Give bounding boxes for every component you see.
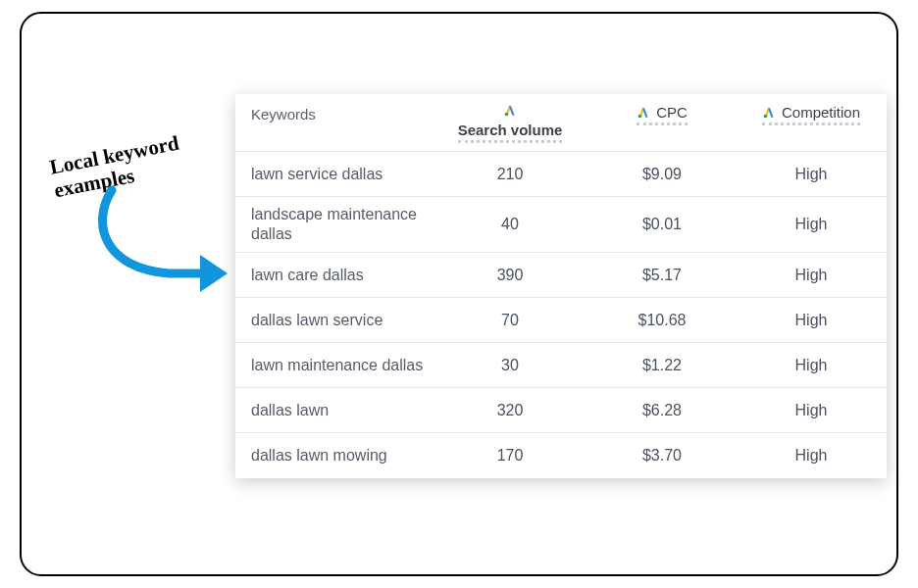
header-search-volume[interactable]: Search volume [432, 104, 588, 143]
cell-keyword: dallas lawn service [235, 311, 432, 330]
header-keywords[interactable]: Keywords [235, 104, 432, 122]
table-header-row: Keywords Search volume [235, 94, 887, 152]
table-body: lawn service dallas210$9.09Highlandscape… [235, 152, 887, 478]
header-competition[interactable]: Competition [736, 104, 887, 125]
cell-keyword: dallas lawn [235, 401, 432, 420]
cell-search-volume: 170 [432, 447, 588, 465]
cell-competition: High [736, 166, 887, 183]
header-cpc-label: CPC [656, 104, 688, 121]
cell-keyword: dallas lawn mowing [235, 446, 432, 466]
cell-search-volume: 70 [432, 312, 588, 329]
cell-search-volume: 210 [432, 166, 588, 183]
cell-search-volume: 40 [432, 216, 588, 233]
table-row[interactable]: dallas lawn mowing170$3.70High [235, 433, 887, 478]
cell-competition: High [736, 312, 887, 329]
google-ads-icon [762, 106, 776, 120]
table-row[interactable]: lawn service dallas210$9.09High [235, 152, 887, 197]
header-competition-label: Competition [782, 104, 860, 121]
cell-cpc: $3.70 [588, 447, 736, 465]
cell-keyword: lawn maintenance dallas [235, 356, 432, 375]
cell-competition: High [736, 216, 887, 233]
cell-keyword: lawn service dallas [235, 165, 432, 184]
svg-point-2 [764, 114, 768, 118]
google-ads-icon [637, 106, 650, 120]
cell-cpc: $9.09 [588, 166, 736, 183]
keyword-table: Keywords Search volume [235, 94, 887, 478]
svg-point-1 [638, 114, 642, 118]
table-row[interactable]: landscape maintenance dallas40$0.01High [235, 197, 887, 253]
header-search-volume-label: Search volume [458, 122, 563, 143]
table-row[interactable]: dallas lawn320$6.28High [235, 388, 887, 433]
table-row[interactable]: lawn maintenance dallas30$1.22High [235, 343, 887, 388]
cell-cpc: $0.01 [588, 216, 736, 233]
cell-cpc: $10.68 [588, 312, 736, 329]
svg-point-0 [505, 113, 509, 117]
cell-cpc: $6.28 [588, 402, 736, 419]
cell-keyword: lawn care dallas [235, 266, 432, 285]
cell-search-volume: 320 [432, 402, 588, 419]
table-row[interactable]: lawn care dallas390$5.17High [235, 253, 887, 298]
cell-search-volume: 30 [432, 357, 588, 374]
annotation-arrow-icon [90, 180, 237, 298]
cell-competition: High [736, 447, 887, 465]
cell-competition: High [736, 402, 887, 419]
cell-keyword: landscape maintenance dallas [235, 205, 432, 244]
cell-competition: High [736, 357, 887, 374]
header-cpc[interactable]: CPC [588, 104, 736, 125]
cell-cpc: $1.22 [588, 357, 736, 374]
cell-cpc: $5.17 [588, 267, 736, 284]
cell-search-volume: 390 [432, 267, 588, 284]
google-ads-icon [503, 104, 517, 118]
outer-frame: Local keyword examples Keywords S [20, 12, 898, 576]
cell-competition: High [736, 267, 887, 284]
table-row[interactable]: dallas lawn service70$10.68High [235, 298, 887, 343]
